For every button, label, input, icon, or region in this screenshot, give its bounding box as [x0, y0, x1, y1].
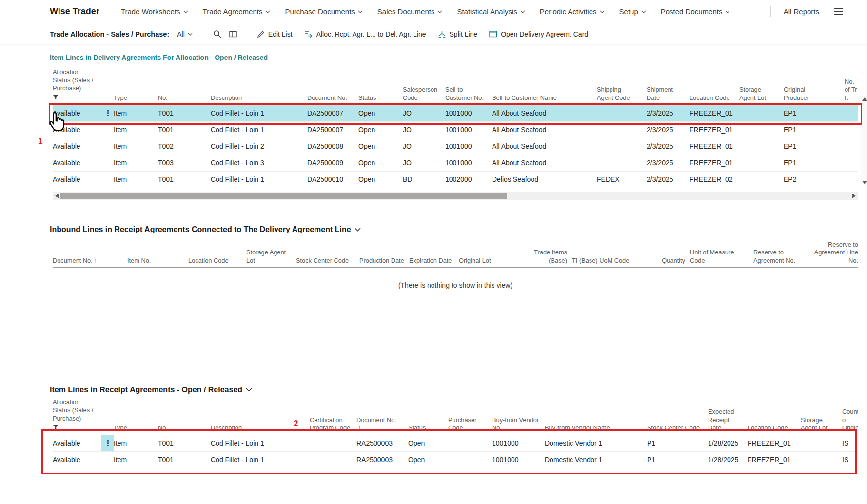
- cell-location-code[interactable]: FREEZER_01: [690, 142, 739, 150]
- column-header-original-lot[interactable]: Original Lot: [459, 257, 514, 265]
- cell-allocation-status[interactable]: Available: [53, 439, 101, 447]
- column-header-sellto-customer-name[interactable]: Sell-to Customer Name: [492, 94, 597, 102]
- nav-item-posted-documents[interactable]: Posted Documents: [661, 7, 730, 16]
- column-header-expiration-date[interactable]: Expiration Date: [409, 257, 459, 265]
- column-header-ti-base-uom-code[interactable]: TI (Base) UoM Code: [572, 257, 638, 265]
- cell-salesperson-code[interactable]: BD: [403, 175, 445, 183]
- cell-status[interactable]: Open: [408, 456, 448, 464]
- table-row[interactable]: Available ⋮ Item T001 Cod Fillet - Loin …: [53, 435, 858, 452]
- column-header-storage-agent-lot[interactable]: Storage Agent Lot: [739, 86, 784, 102]
- scroll-thumb[interactable]: [60, 193, 507, 199]
- column-header-no[interactable]: No.: [158, 94, 211, 102]
- cell-document-no[interactable]: RA2500003: [356, 439, 408, 447]
- nav-item-periodic-activities[interactable]: Periodic Activities: [540, 7, 605, 16]
- cell-no[interactable]: T002: [158, 142, 211, 150]
- table-view-icon[interactable]: [229, 31, 237, 38]
- hamburger-menu-icon[interactable]: [832, 6, 845, 17]
- cell-location-code[interactable]: FREEZER_01: [690, 109, 739, 117]
- table-row[interactable]: Available ⋮ Item T002 Cod Fillet - Loin …: [53, 138, 858, 155]
- filter-icon[interactable]: [53, 94, 97, 102]
- cell-sellto-customer-name[interactable]: Delios Seafood: [492, 175, 597, 183]
- cell-country-of-origin[interactable]: IS: [842, 456, 858, 464]
- cell-location-code[interactable]: FREEZER_01: [690, 126, 739, 134]
- cell-salesperson-code[interactable]: JO: [403, 109, 445, 117]
- nav-item-all-reports[interactable]: All Reports: [784, 7, 819, 16]
- cell-expected-receipt-date[interactable]: 1/28/2025: [708, 456, 748, 464]
- view-filter-dropdown[interactable]: All: [177, 30, 193, 38]
- column-header-trade-items-base[interactable]: Trade Items (Base): [514, 249, 572, 265]
- column-header-certification-program-code[interactable]: Certification Program Code: [310, 416, 356, 432]
- cell-original-producer[interactable]: EP1: [784, 159, 845, 167]
- cell-type[interactable]: Item: [114, 456, 158, 464]
- column-header-no[interactable]: No.: [158, 424, 211, 432]
- cell-description[interactable]: Cod Fillet - Loin 1: [211, 439, 310, 447]
- cell-document-no[interactable]: DA2500009: [307, 159, 358, 167]
- column-header-no-of-trade-items[interactable]: No. of Tr It: [845, 78, 858, 102]
- cell-sellto-customer-no[interactable]: 1002000: [445, 175, 492, 183]
- cell-sellto-customer-no[interactable]: 1001000: [445, 109, 492, 117]
- scroll-right-arrow[interactable]: [852, 194, 856, 198]
- cell-type[interactable]: Item: [114, 142, 158, 150]
- cell-type[interactable]: Item: [114, 126, 158, 134]
- cell-description[interactable]: Cod Fillet - Loin 2: [211, 142, 307, 150]
- cell-sellto-customer-no[interactable]: 1001000: [445, 142, 492, 150]
- column-header-allocation-status[interactable]: Allocation Status (Sales / Purchase): [53, 68, 101, 102]
- cell-allocation-status[interactable]: Available: [53, 175, 101, 183]
- column-header-status[interactable]: Status↑: [358, 94, 403, 102]
- cell-stock-center-code[interactable]: P1: [647, 439, 708, 447]
- cell-location-code[interactable]: FREEZER_02: [690, 175, 739, 183]
- cell-status[interactable]: Open: [358, 126, 403, 134]
- column-header-storage-agent-lot[interactable]: Storage Agent Lot: [246, 249, 296, 265]
- cell-type[interactable]: Item: [114, 175, 158, 183]
- column-header-production-date[interactable]: Production Date: [359, 257, 409, 265]
- nav-item-sales-documents[interactable]: Sales Documents: [377, 7, 443, 16]
- column-header-shipping-agent-code[interactable]: Shipping Agent Code: [597, 86, 647, 102]
- column-header-stock-center-code[interactable]: Stock Center Code: [296, 257, 359, 265]
- filter-icon[interactable]: [53, 424, 97, 432]
- column-header-location-code[interactable]: Location Code: [748, 424, 801, 432]
- table-row[interactable]: Available ⋮ Item T001 Cod Fillet - Loin …: [53, 452, 858, 468]
- cell-location-code[interactable]: FREEZER_01: [748, 456, 801, 464]
- chevron-down-icon[interactable]: [246, 388, 252, 392]
- split-line-button[interactable]: Split Line: [438, 30, 478, 38]
- cell-sellto-customer-name[interactable]: All About Seafood: [492, 142, 597, 150]
- cell-no[interactable]: T001: [158, 439, 211, 447]
- cell-description[interactable]: Cod Fillet - Loin 3: [211, 159, 307, 167]
- cell-allocation-status[interactable]: Available: [53, 142, 101, 150]
- cell-allocation-status[interactable]: Available: [53, 456, 101, 464]
- column-header-type[interactable]: Type: [114, 424, 158, 432]
- cell-status[interactable]: Open: [408, 439, 448, 447]
- nav-item-statistical-analysis[interactable]: Statistical Analysis: [457, 7, 525, 16]
- cell-status[interactable]: Open: [358, 142, 403, 150]
- row-menu-button[interactable]: ⋮: [101, 142, 114, 151]
- cell-original-producer[interactable]: EP2: [784, 175, 845, 183]
- cell-buyfrom-vendor-no[interactable]: 1001000: [492, 439, 545, 447]
- table-row[interactable]: Available ⋮ Item T001 Cod Fillet - Loin …: [53, 105, 858, 122]
- column-header-storage-agent-lot[interactable]: Storage Agent Lot: [801, 416, 842, 432]
- column-header-salesperson-code[interactable]: Salesperson Code: [403, 86, 445, 102]
- cell-status[interactable]: Open: [358, 175, 403, 183]
- column-header-description[interactable]: Description: [211, 94, 307, 102]
- scroll-left-arrow[interactable]: [55, 194, 59, 198]
- column-header-type[interactable]: Type: [114, 94, 158, 102]
- row-menu-button[interactable]: ⋮: [101, 455, 114, 464]
- search-icon[interactable]: [213, 30, 221, 38]
- cell-description[interactable]: Cod Fillet - Loin 1: [211, 175, 307, 183]
- scroll-up-arrow[interactable]: [862, 97, 867, 101]
- table-row[interactable]: Available ⋮ Item T001 Cod Fillet - Loin …: [53, 172, 858, 188]
- column-header-location-code[interactable]: Location Code: [690, 94, 739, 102]
- cell-sellto-customer-name[interactable]: All About Seafood: [492, 109, 597, 117]
- column-header-shipment-date[interactable]: Shipment Date: [647, 86, 690, 102]
- cell-type[interactable]: Item: [114, 109, 158, 117]
- cell-allocation-status[interactable]: Available: [53, 159, 101, 167]
- cell-shipping-agent-code[interactable]: FEDEX: [597, 175, 647, 183]
- cell-description[interactable]: Cod Fillet - Loin 1: [211, 126, 307, 134]
- cell-document-no[interactable]: DA2500007: [307, 109, 358, 117]
- cell-stock-center-code[interactable]: P1: [647, 456, 708, 464]
- column-header-allocation-status[interactable]: Allocation Status (Sales / Purchase): [53, 398, 101, 432]
- cell-description[interactable]: Cod Fillet - Loin 1: [211, 456, 310, 464]
- vertical-scrollbar[interactable]: [861, 97, 867, 185]
- column-header-purchaser-code[interactable]: Purchaser Code: [448, 416, 492, 432]
- cell-sellto-customer-no[interactable]: 1001000: [445, 126, 492, 134]
- column-header-sellto-customer-no[interactable]: Sell-to Customer No.: [445, 86, 492, 102]
